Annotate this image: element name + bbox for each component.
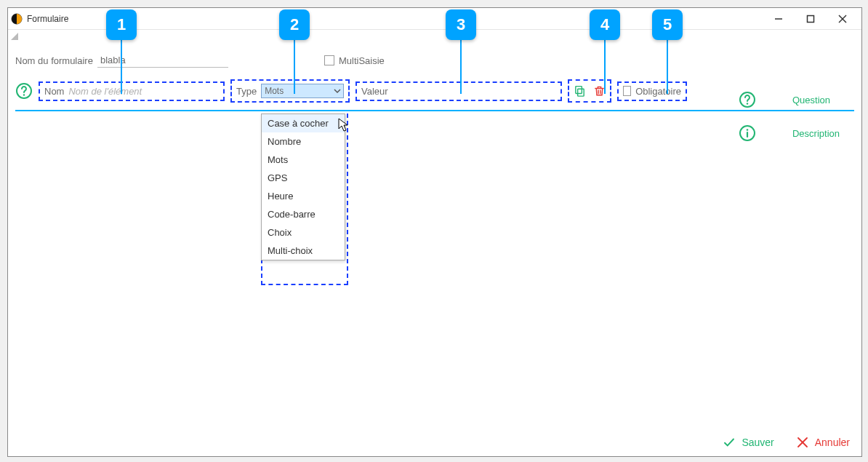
callout-marker-2: 2 [279, 9, 310, 40]
form-name-label: Nom du formulaire [15, 55, 93, 66]
app-icon [11, 13, 23, 25]
valeur-field-box: Valeur [355, 81, 562, 101]
valeur-label: Valeur [361, 86, 388, 97]
copy-icon[interactable] [574, 84, 586, 98]
element-row: Nom Type Mots Valeur [8, 68, 861, 110]
multisaisie-checkbox[interactable] [324, 55, 334, 65]
svg-rect-2 [808, 15, 814, 22]
type-option[interactable]: Choix [262, 223, 345, 242]
nom-label: Nom [44, 86, 64, 97]
question-icon[interactable] [15, 82, 33, 100]
type-option[interactable]: GPS [262, 169, 345, 187]
callout-line [294, 40, 295, 94]
svg-rect-9 [576, 87, 582, 94]
question-legend-label: Question [792, 95, 830, 105]
obligatoire-box: Obligatoire [617, 81, 687, 101]
callout-marker-3: 3 [446, 9, 476, 40]
type-dropdown: Case à cocher Nombre Mots GPS Heure Code… [261, 113, 345, 260]
info-icon[interactable] [739, 124, 756, 142]
type-selected-value: Mots [265, 86, 284, 96]
svg-point-15 [747, 129, 749, 131]
window-title: Formulaire [27, 14, 68, 24]
type-option[interactable]: Heure [262, 187, 345, 205]
callout-line [121, 40, 122, 94]
type-option[interactable]: Mots [262, 151, 345, 169]
cancel-label: Annuler [815, 437, 850, 448]
callout-line [667, 40, 668, 94]
type-option[interactable]: Code-barre [262, 205, 345, 223]
minimize-button[interactable] [763, 8, 795, 30]
valeur-input[interactable] [393, 86, 556, 97]
form-name-row: Nom du formulaire MultiSaisie [8, 43, 861, 68]
close-button[interactable] [827, 8, 859, 30]
right-legend: Question Description [739, 91, 840, 142]
callout-line [460, 40, 462, 94]
callout-line [604, 40, 606, 94]
multisaisie-label: MultiSaisie [339, 55, 385, 66]
nom-field-box: Nom [39, 81, 225, 101]
svg-point-7 [23, 94, 25, 95]
app-window: Formulaire Nom du formulaire MultiSaisie… [7, 7, 862, 457]
maximize-button[interactable] [795, 8, 827, 30]
nom-input[interactable] [68, 86, 219, 97]
footer: Sauver Annuler [723, 436, 850, 449]
description-legend-label: Description [792, 128, 840, 139]
cancel-button[interactable]: Annuler [796, 436, 850, 449]
type-option[interactable]: Case à cocher [262, 114, 345, 132]
svg-rect-8 [578, 89, 584, 96]
callout-marker-4: 4 [590, 9, 620, 40]
chevron-down-icon [334, 87, 341, 95]
question-icon[interactable] [739, 91, 756, 108]
callout-marker-1: 1 [106, 9, 137, 40]
type-combobox[interactable]: Mots [261, 84, 344, 98]
obligatoire-label: Obligatoire [635, 86, 681, 97]
save-label: Sauver [742, 437, 773, 448]
obligatoire-checkbox[interactable] [623, 86, 631, 96]
svg-marker-5 [11, 33, 18, 40]
form-name-input[interactable] [97, 53, 228, 68]
type-label: Type [236, 86, 257, 97]
type-option[interactable]: Nombre [262, 132, 345, 151]
save-button[interactable]: Sauver [723, 436, 773, 449]
type-option[interactable]: Multi-choix [262, 242, 345, 260]
row-separator [15, 110, 854, 111]
type-field-box: Type Mots [230, 79, 350, 103]
svg-point-13 [747, 103, 748, 104]
callout-marker-5: 5 [652, 9, 683, 40]
